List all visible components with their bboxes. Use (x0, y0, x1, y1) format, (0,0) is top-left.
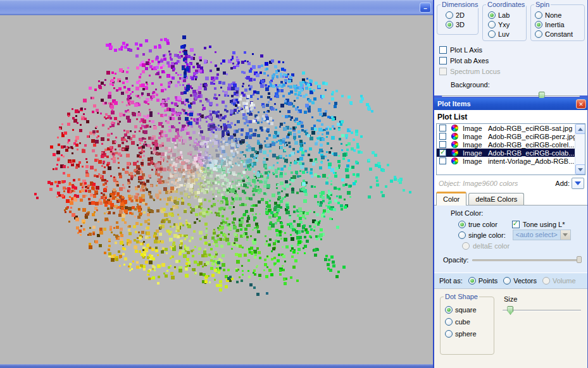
tab-color[interactable]: Color (436, 192, 466, 205)
app-screen: – Dimensions 2D 3D Co (0, 0, 588, 368)
checkbox-label: Tone using L* (523, 221, 565, 228)
item-name: Adob-RGB_eciRGB-colrel.... (488, 141, 576, 149)
checkbox-tone-using-l[interactable]: Tone using L* (512, 219, 565, 229)
shape-section: Dot Shape square cube sphere Size (434, 289, 587, 368)
plot-list-header: Plot List (436, 112, 585, 123)
spin-group: Spin None Inertia Constant (530, 4, 585, 41)
item-checkbox[interactable] (439, 149, 446, 156)
chevron-down-icon (575, 181, 581, 185)
plot-items-title: Plot Items (437, 100, 471, 107)
combobox-value: <auto select> (513, 230, 560, 240)
radio-cube[interactable]: cube (445, 316, 494, 328)
list-item[interactable]: Image Adob-RGB_eciRGB-colrel.... (437, 140, 585, 149)
viewer-titlebar[interactable]: – (0, 0, 434, 15)
item-name: Adob-RGB_eciRGB-perz.jpg (488, 133, 577, 140)
coordinates-group-title: Coordinates (486, 1, 526, 8)
radio-yxy[interactable]: Yxy (488, 20, 526, 29)
opacity-label: Opacity: (443, 256, 468, 264)
arrow-up-icon (578, 128, 583, 131)
plot-color-label: Plot Color: (434, 209, 587, 219)
scroll-up-button[interactable] (575, 124, 585, 134)
item-type: Image (463, 133, 488, 140)
item-checkbox[interactable] (439, 133, 446, 140)
radio-vectors[interactable]: Vectors (503, 273, 537, 288)
axis-checkboxes: Plot L Axis Plot ab Axes Spectrum Locus (434, 44, 587, 77)
radio-label: Points (479, 277, 498, 285)
checkbox-icon (439, 68, 447, 75)
radio-label: square (455, 306, 477, 314)
size-slider[interactable] (503, 305, 581, 316)
item-checkbox[interactable] (439, 141, 446, 148)
radio-square[interactable]: square (445, 304, 494, 316)
color-tab-panel: Plot Color: true color Tone using L* sin… (434, 205, 587, 273)
dot-shape-title: Dot Shape (444, 293, 479, 300)
size-label: Size (504, 295, 517, 303)
radio-volume: Volume (542, 273, 576, 288)
checkbox-icon (512, 221, 520, 228)
radio-spin-inertia[interactable]: Inertia (535, 20, 584, 29)
radio-luv[interactable]: Luv (488, 29, 526, 39)
item-type: Image (463, 141, 488, 149)
radio-label: Luv (498, 30, 510, 38)
radio-label: 2D (456, 11, 465, 19)
list-item[interactable]: Image Adob-RGB_eciRGB-perz.jpg (437, 132, 585, 140)
viewer-window-border-bottom (0, 364, 434, 368)
list-item[interactable]: Image Adob-RGB_eciRGB-sat.jpg (437, 124, 585, 132)
minimize-button[interactable]: – (420, 3, 431, 13)
checkbox-plot-ab-axes[interactable]: Plot ab Axes (434, 55, 587, 66)
dimensions-group-title: Dimensions (441, 1, 479, 8)
item-checkbox[interactable] (439, 157, 446, 164)
plot-list: Image Adob-RGB_eciRGB-sat.jpg Image Adob… (436, 123, 585, 175)
slider-track (472, 259, 580, 261)
radio-label: sphere (455, 330, 477, 338)
radio-label: true color (468, 221, 497, 228)
plot-as-row: Plot as: Points Vectors Volume (434, 273, 587, 289)
radio-2d[interactable]: 2D (446, 10, 478, 20)
radio-icon (488, 11, 496, 19)
color-wheel-icon (451, 149, 458, 156)
plot-as-label: Plot as: (439, 277, 463, 285)
radio-sphere[interactable]: sphere (445, 328, 494, 340)
opacity-slider (472, 255, 580, 265)
gamut-viewer-window: – (0, 0, 434, 368)
list-item-selected[interactable]: Image Adob-RGB_eciRGB-colab... (437, 149, 585, 157)
item-checkbox[interactable] (439, 125, 446, 132)
radio-label: Lab (498, 11, 510, 19)
close-button[interactable]: ✕ (576, 99, 586, 109)
auto-select-combobox: <auto select> (513, 230, 571, 240)
dot-shape-group: Dot Shape square cube sphere (440, 297, 494, 355)
item-type: Image (463, 157, 488, 165)
plot-items-titlebar[interactable]: Plot Items ✕ (434, 98, 587, 110)
scroll-down-button[interactable] (575, 164, 585, 175)
radio-label: Constant (545, 30, 573, 38)
combobox-button (560, 230, 570, 240)
radio-3d[interactable]: 3D (446, 20, 478, 29)
radio-points[interactable]: Points (468, 273, 498, 288)
control-panel: Dimensions 2D 3D Coordinates Lab (433, 0, 588, 368)
list-scrollbar[interactable] (575, 124, 585, 175)
radio-icon (445, 330, 453, 338)
radio-label: Volume (553, 277, 576, 285)
tab-deltae-colors[interactable]: deltaE Colors (468, 193, 524, 205)
radio-spin-constant[interactable]: Constant (535, 29, 584, 39)
chevron-down-icon (563, 233, 568, 236)
radio-label: 3D (456, 21, 465, 28)
plot-color-row-2: single color: <auto select> (434, 230, 587, 240)
arrow-down-icon (578, 168, 583, 171)
radio-true-color[interactable]: true color (458, 219, 497, 229)
checkbox-icon (439, 57, 447, 64)
list-item[interactable]: Image intent-Vorlage_Adob-RGB... (437, 157, 585, 165)
slider-thumb[interactable] (507, 306, 513, 315)
radio-lab[interactable]: Lab (488, 10, 526, 20)
item-type: Image (463, 149, 488, 157)
gamut-canvas[interactable] (0, 0, 434, 368)
radio-single-color[interactable]: single color: (458, 230, 506, 240)
radio-icon (535, 30, 542, 38)
background-label: Background: (451, 81, 587, 89)
dimensions-group: Dimensions 2D 3D (437, 4, 479, 35)
opacity-row: Opacity: (434, 251, 587, 265)
radio-spin-none[interactable]: None (535, 10, 584, 20)
view-controls-section: Dimensions 2D 3D Coordinates Lab (434, 0, 587, 98)
checkbox-plot-l-axis[interactable]: Plot L Axis (434, 44, 587, 55)
add-dropdown-button[interactable] (572, 178, 584, 189)
